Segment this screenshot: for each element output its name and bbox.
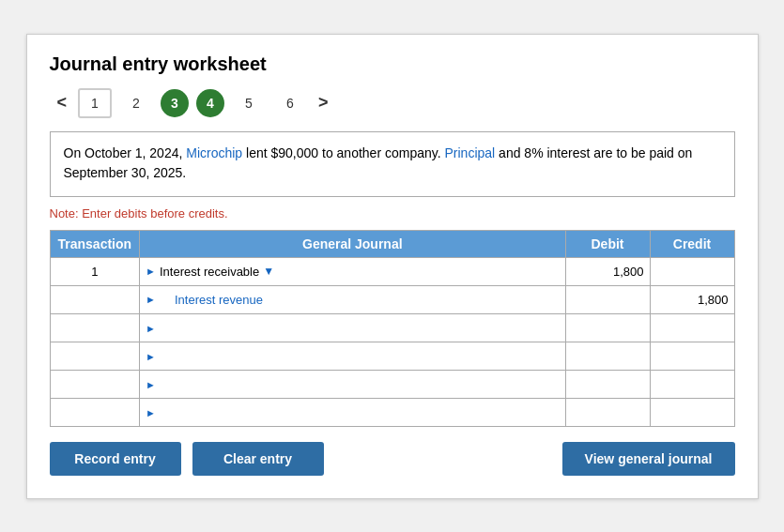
cell-credit[interactable] <box>650 313 734 342</box>
journal-entry-text: Interest receivable <box>160 265 259 279</box>
cell-journal[interactable]: ► Interest revenue <box>140 285 565 313</box>
dropdown-icon[interactable]: ▼ <box>263 265 274 278</box>
cell-debit[interactable] <box>565 342 650 370</box>
cell-credit[interactable]: 1,800 <box>650 285 734 313</box>
table-row: ► <box>50 370 734 398</box>
tab-bar: < 1 2 3 4 5 6 > <box>50 88 735 118</box>
row-arrow-icon: ► <box>146 379 156 390</box>
cell-transaction <box>50 313 140 342</box>
description-box: On October 1, 2024, Microchip lent $90,0… <box>50 131 735 197</box>
row-arrow-icon: ► <box>146 407 156 418</box>
tab-1[interactable]: 1 <box>78 88 112 118</box>
cell-credit[interactable] <box>650 398 734 426</box>
col-header-credit: Credit <box>650 230 734 257</box>
note-text: Note: Enter debits before credits. <box>50 206 735 220</box>
col-header-debit: Debit <box>565 230 650 257</box>
cell-credit[interactable] <box>650 257 734 285</box>
journal-entry-text: Interest revenue <box>156 293 263 307</box>
prev-tab-button[interactable]: < <box>50 89 75 116</box>
cell-transaction <box>50 285 140 313</box>
clear-entry-button[interactable]: Clear entry <box>192 442 324 476</box>
tab-6[interactable]: 6 <box>273 88 307 118</box>
table-row: 1 ► Interest receivable ▼ 1,800 <box>50 257 734 285</box>
main-container: Journal entry worksheet < 1 2 3 4 5 6 > … <box>26 34 759 499</box>
cell-journal[interactable]: ► <box>140 398 565 426</box>
tab-5[interactable]: 5 <box>232 88 266 118</box>
table-row: ► <box>50 313 734 342</box>
page-title: Journal entry worksheet <box>50 53 735 75</box>
tab-3[interactable]: 3 <box>161 89 189 117</box>
cell-journal[interactable]: ► Interest receivable ▼ <box>140 257 565 285</box>
row-arrow-icon: ► <box>146 294 156 305</box>
col-header-journal: General Journal <box>140 230 565 257</box>
table-row: ► Interest revenue 1,800 <box>50 285 734 313</box>
cell-debit[interactable] <box>565 285 650 313</box>
cell-debit[interactable]: 1,800 <box>565 257 650 285</box>
highlight-principal: Principal <box>445 145 496 160</box>
journal-table: Transaction General Journal Debit Credit… <box>50 230 735 427</box>
cell-credit[interactable] <box>650 342 734 370</box>
record-entry-button[interactable]: Record entry <box>50 442 181 476</box>
row-arrow-icon: ► <box>146 351 156 362</box>
button-row: Record entry Clear entry View general jo… <box>50 442 735 476</box>
cell-transaction <box>50 370 140 398</box>
cell-debit[interactable] <box>565 398 650 426</box>
cell-journal[interactable]: ► <box>140 342 565 370</box>
cell-debit[interactable] <box>565 370 650 398</box>
cell-journal[interactable]: ► <box>140 370 565 398</box>
col-header-transaction: Transaction <box>50 230 140 257</box>
cell-debit[interactable] <box>565 313 650 342</box>
cell-credit[interactable] <box>650 370 734 398</box>
row-arrow-icon: ► <box>146 323 156 334</box>
cell-transaction <box>50 342 140 370</box>
tab-4[interactable]: 4 <box>196 89 224 117</box>
tab-2[interactable]: 2 <box>119 88 153 118</box>
highlight-microchip: Microchip <box>186 145 242 160</box>
cell-transaction <box>50 398 140 426</box>
view-journal-button[interactable]: View general journal <box>562 442 735 476</box>
next-tab-button[interactable]: > <box>311 89 336 116</box>
table-row: ► <box>50 342 734 370</box>
cell-journal[interactable]: ► <box>140 313 565 342</box>
table-row: ► <box>50 398 734 426</box>
row-arrow-icon: ► <box>146 266 156 277</box>
cell-transaction: 1 <box>50 257 140 285</box>
